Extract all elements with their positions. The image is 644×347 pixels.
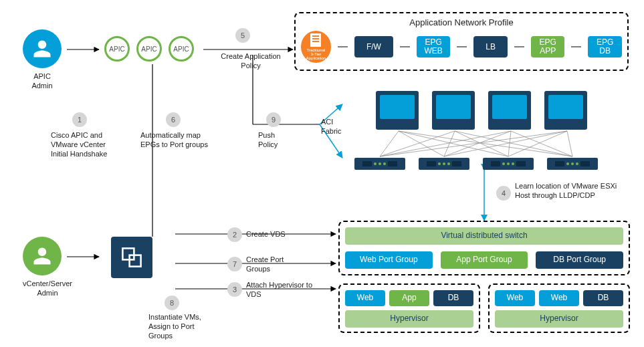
epg-app-box: EPG APP — [531, 36, 565, 57]
epg-web-box: EPG WEB — [417, 36, 451, 57]
apic-node: APIC — [104, 36, 130, 62]
vcenter-admin: vCenter/Server Admin — [23, 237, 72, 298]
step-3-badge: 3 — [227, 282, 242, 297]
svg-line-18 — [444, 131, 455, 156]
aci-fabric-label: ACI Fabric — [321, 118, 350, 136]
user-icon — [23, 237, 62, 275]
spine-switch-icon — [488, 91, 531, 130]
spine-row — [376, 91, 587, 130]
svg-line-15 — [399, 131, 508, 156]
lb-box: LB — [473, 36, 508, 57]
svg-line-19 — [455, 131, 508, 156]
vm-db: DB — [583, 290, 623, 306]
leaf-row — [354, 158, 598, 170]
leaf-switch-icon — [354, 158, 405, 170]
fw-box: F/W — [354, 36, 393, 57]
step-2-label: Create VDS — [246, 230, 286, 239]
apic-node: APIC — [136, 36, 162, 62]
leaf-switch-icon — [547, 158, 598, 170]
step-1-label: Cisco APIC and VMware vCenter Initial Ha… — [51, 131, 115, 158]
svg-line-22 — [444, 131, 511, 156]
svg-line-17 — [380, 131, 455, 156]
vcenter-admin-label: vCenter/Server Admin — [23, 279, 72, 298]
vm-db: DB — [433, 290, 473, 306]
step-6-label: Automatically map EPGs to Port groups — [140, 131, 214, 150]
step-9-label: Push Policy — [258, 131, 292, 150]
step-5-label: Create Application Policy — [214, 52, 288, 71]
svg-rect-35 — [130, 255, 141, 267]
web-port-group: Web Port Group — [345, 251, 433, 269]
anp-title: Application Network Profile — [301, 17, 622, 28]
step-2-badge: 2 — [227, 227, 242, 242]
svg-line-26 — [444, 131, 567, 156]
anp-box: Application Network Profile Traditional … — [294, 12, 629, 71]
svg-line-21 — [380, 131, 511, 156]
user-icon — [23, 29, 62, 68]
epg-db-box: EPG DB — [588, 36, 622, 57]
svg-line-24 — [511, 131, 572, 156]
step-9-badge: 9 — [266, 112, 281, 127]
spine-switch-icon — [376, 91, 419, 130]
step-8-badge: 8 — [165, 296, 179, 310]
svg-rect-34 — [122, 248, 134, 259]
step-7-badge: 7 — [227, 257, 242, 271]
apic-admin: APIC Admin — [23, 29, 62, 91]
hypervisor-box: Web App DB Hypervisor — [338, 283, 480, 333]
vm-web: Web — [539, 290, 579, 306]
svg-line-14 — [399, 131, 444, 156]
svg-line-13 — [380, 131, 399, 156]
spine-switch-icon — [432, 91, 475, 130]
step-1-badge: 1 — [72, 112, 87, 127]
step-3-label: Attach Hypervisor to VDS — [246, 281, 320, 300]
apic-cluster: APIC APIC APIC — [104, 36, 194, 62]
svg-line-23 — [508, 131, 511, 156]
vm-web: Web — [345, 290, 385, 306]
svg-line-25 — [380, 131, 567, 156]
step-5-badge: 5 — [235, 28, 250, 43]
hypervisor-label: Hypervisor — [345, 310, 473, 328]
vds-title: Virtual distributed switch — [345, 227, 623, 245]
step-4-label: Learn location of VMware ESXi Host throu… — [515, 182, 629, 201]
leaf-switch-icon — [483, 158, 534, 170]
vmware-icon — [111, 237, 152, 278]
vm-web: Web — [495, 290, 535, 306]
hypervisor-label: Hypervisor — [495, 310, 623, 328]
step-7-label: Create Port Groups — [246, 255, 293, 274]
app-port-group: App Port Group — [441, 251, 528, 269]
svg-line-27 — [508, 131, 567, 156]
vds-box: Virtual distributed switch Web Port Grou… — [338, 221, 630, 275]
leaf-switch-icon — [419, 158, 469, 170]
svg-line-20 — [455, 131, 572, 156]
step-4-badge: 4 — [496, 186, 511, 201]
apic-node: APIC — [169, 36, 194, 62]
svg-line-28 — [567, 131, 572, 156]
db-port-group: DB Port Group — [536, 251, 623, 269]
vm-app: App — [389, 290, 429, 306]
hypervisor-box: Web Web DB Hypervisor — [488, 283, 630, 333]
step-6-badge: 6 — [166, 112, 181, 127]
apic-admin-label: APIC Admin — [23, 72, 62, 91]
step-8-label: Instantiate VMs, Assign to Port Groups — [148, 313, 215, 340]
spine-switch-icon — [544, 91, 587, 130]
svg-line-16 — [399, 131, 572, 156]
traditional-app-icon: Traditional 3-Tier Application — [301, 31, 331, 63]
